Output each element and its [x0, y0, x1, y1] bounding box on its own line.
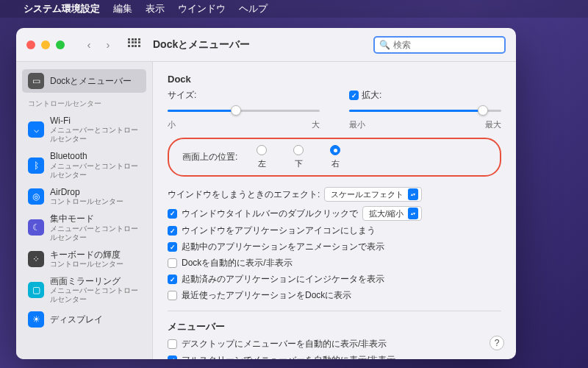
sidebar-item-label: Bluetooth: [50, 151, 140, 161]
system-menubar: システム環境設定 編集 表示 ウインドウ ヘルプ: [0, 0, 588, 18]
search-input[interactable]: [393, 40, 503, 50]
close-button[interactable]: [26, 40, 35, 49]
chevron-updown-icon: ▴▾: [408, 208, 418, 219]
sidebar-item-sub: メニューバーとコントロールセンター: [50, 126, 140, 144]
search-icon: 🔍: [379, 40, 390, 50]
zoom-button[interactable]: [56, 40, 65, 49]
sidebar-item-wifi[interactable]: ⌵Wi-Fiメニューバーとコントロールセンター: [22, 112, 146, 147]
show-indicators-checkbox[interactable]: [168, 275, 177, 284]
magnification-checkbox[interactable]: [349, 91, 359, 100]
traffic-lights: [26, 40, 65, 49]
content-pane: Dock サイズ: 小大 拡大: 最小最大 画面上の位置: 左: [153, 62, 516, 359]
sidebar-item-label: 集中モード: [50, 213, 140, 224]
menu-help[interactable]: ヘルプ: [239, 2, 268, 15]
minimize-into-app-checkbox[interactable]: [168, 226, 177, 236]
back-button[interactable]: ‹: [81, 37, 97, 53]
sidebar-item-sub: メニューバーとコントロールセンター: [50, 224, 140, 242]
select-value: スケールエフェクト: [331, 189, 404, 200]
minimize-effect-select[interactable]: スケールエフェクト▴▾: [324, 187, 422, 202]
check-label: ウインドウをアプリケーションアイコンにしまう: [182, 224, 376, 237]
wifi-icon: ⌵: [28, 121, 44, 138]
animate-opening-checkbox[interactable]: [168, 242, 177, 252]
check-label: 起動済みのアプリケーションにインジケータを表示: [182, 273, 384, 286]
size-slider[interactable]: [168, 103, 320, 118]
divider: [168, 311, 501, 311]
window-title: Dockとメニューバー: [153, 38, 250, 52]
sidebar-item-sub: コントロールセンター: [50, 260, 123, 269]
forward-button[interactable]: ›: [100, 37, 116, 53]
sidebar-item-label: Dockとメニューバー: [50, 76, 132, 86]
check-label: フルスクリーンでメニューバーを自動的に表示/非表示: [182, 354, 395, 359]
sidebar-item-sub: メニューバーとコントロールセンター: [50, 162, 140, 180]
sidebar-item-airdrop[interactable]: ◎AirDropコントロールセンター: [22, 183, 146, 210]
sidebar-item-dock[interactable]: ▭ Dockとメニューバー: [22, 69, 146, 93]
sidebar-item-label: キーボードの輝度: [50, 250, 123, 260]
check-label: 起動中のアプリケーションをアニメーションで表示: [182, 241, 384, 253]
slider-max-label: 最大: [485, 119, 501, 130]
sidebar-item-label: AirDrop: [50, 187, 123, 197]
autohide-menubar-fullscreen-checkbox[interactable]: [168, 355, 177, 359]
sidebar-item-sub: メニューバーとコントロールセンター: [50, 286, 140, 304]
position-label: 画面上の位置:: [182, 151, 237, 163]
show-all-icon[interactable]: [128, 38, 141, 52]
sidebar-item-label: 画面ミラーリング: [50, 276, 140, 286]
check-label: デスクトップにメニューバーを自動的に表示/非表示: [182, 338, 387, 350]
check-label: Dockを自動的に表示/非表示: [182, 257, 293, 269]
size-label: サイズ:: [168, 89, 320, 102]
select-value: 拡大/縮小: [369, 208, 404, 219]
app-menu[interactable]: システム環境設定: [24, 2, 100, 15]
sidebar-section-header: コントロールセンター: [22, 93, 146, 112]
chevron-updown-icon: ▴▾: [408, 188, 418, 200]
position-radio-left[interactable]: [257, 145, 267, 155]
minimize-effect-label: ウインドウをしまうときのエフェクト:: [168, 188, 320, 201]
sidebar-item-label: ディスプレイ: [50, 314, 103, 325]
sidebar-item-label: Wi-Fi: [50, 116, 140, 126]
menubar-heading: メニューバー: [168, 320, 501, 333]
radio-label: 右: [331, 158, 340, 169]
minimize-button[interactable]: [41, 40, 50, 49]
dock-heading: Dock: [168, 74, 501, 85]
slider-max-label: 大: [312, 119, 320, 130]
position-highlight: 画面上の位置: 左 下 右: [168, 138, 501, 177]
menu-window[interactable]: ウインドウ: [178, 2, 226, 15]
help-button[interactable]: ?: [490, 336, 504, 350]
check-label: ウインドウタイトルバーのダブルクリックで: [182, 208, 358, 220]
magnification-label: 拡大:: [362, 89, 381, 102]
radio-label: 左: [258, 158, 266, 169]
dock-icon: ▭: [28, 73, 44, 89]
focus-icon: ☾: [28, 219, 44, 236]
sidebar-item-focus[interactable]: ☾集中モードメニューバーとコントロールセンター: [22, 210, 146, 245]
titlebar: ‹ › Dockとメニューバー 🔍: [16, 28, 516, 62]
titlebar-action-select[interactable]: 拡大/縮小▴▾: [362, 206, 422, 221]
position-radio-right[interactable]: [330, 145, 340, 155]
position-radio-bottom[interactable]: [293, 145, 304, 155]
bluetooth-icon: ᛒ: [28, 158, 44, 174]
sidebar-item-display[interactable]: ☀ディスプレイ: [22, 308, 146, 331]
menu-view[interactable]: 表示: [146, 2, 165, 15]
sidebar-item-screen-mirroring[interactable]: ▢画面ミラーリングメニューバーとコントロールセンター: [22, 272, 146, 308]
mirror-icon: ▢: [28, 282, 44, 298]
sidebar: ▭ Dockとメニューバー コントロールセンター ⌵Wi-Fiメニューバーとコン…: [16, 62, 153, 359]
brightness-icon: ⁘: [28, 251, 44, 267]
preferences-window: ‹ › Dockとメニューバー 🔍 ▭ Dockとメニューバー コントロールセン…: [16, 28, 516, 359]
sidebar-item-bluetooth[interactable]: ᛒBluetoothメニューバーとコントロールセンター: [22, 147, 146, 183]
sidebar-item-keyboard-brightness[interactable]: ⁘キーボードの輝度コントロールセンター: [22, 246, 146, 272]
titlebar-doubleclick-checkbox[interactable]: [168, 209, 177, 219]
radio-label: 下: [295, 158, 303, 169]
slider-min-label: 最小: [349, 119, 365, 130]
display-icon: ☀: [28, 311, 44, 328]
airdrop-icon: ◎: [28, 188, 44, 205]
menu-edit[interactable]: 編集: [113, 2, 132, 15]
show-recent-apps-checkbox[interactable]: [168, 291, 177, 300]
search-field[interactable]: 🔍: [373, 36, 506, 54]
slider-min-label: 小: [168, 119, 176, 130]
autohide-dock-checkbox[interactable]: [168, 258, 177, 268]
magnification-slider[interactable]: [349, 103, 501, 118]
check-label: 最近使ったアプリケーションをDockに表示: [182, 289, 351, 302]
autohide-menubar-desktop-checkbox[interactable]: [168, 339, 177, 349]
sidebar-item-sub: コントロールセンター: [50, 197, 123, 206]
